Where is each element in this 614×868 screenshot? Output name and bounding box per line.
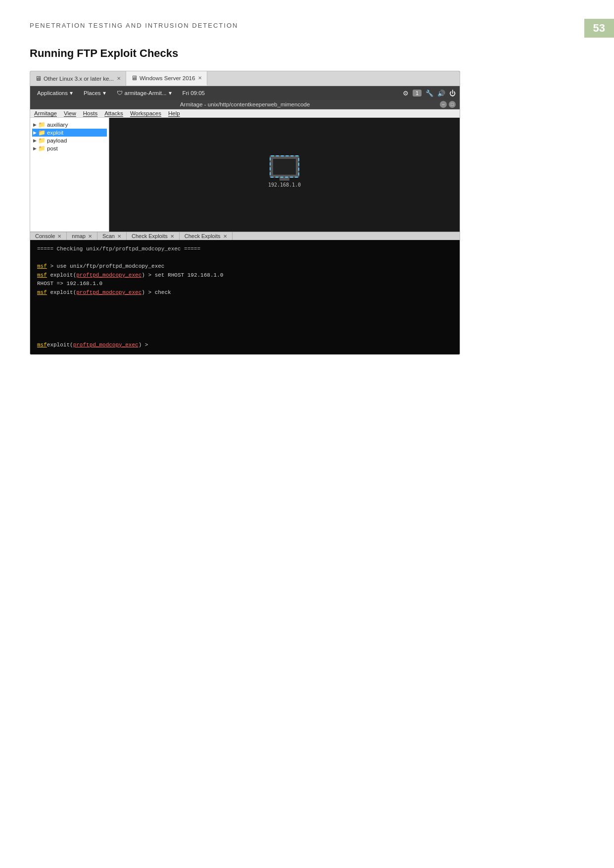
armitage-titlebar: Armitage - unix/http/contentkeeperweb_mi… xyxy=(30,100,460,109)
tab-close-icon-2[interactable]: ✕ xyxy=(198,75,202,81)
minimize-button[interactable]: – xyxy=(440,101,447,108)
console-text-cursor-b: ) > xyxy=(139,341,148,350)
tree-label-payload: payload xyxy=(47,138,67,144)
console-text-4a: exploit( xyxy=(50,289,76,295)
console-text-3: RHOST => 192.168.1.0 xyxy=(37,281,102,287)
prompt-2: msf xyxy=(37,272,47,278)
armitage-title-text: Armitage - unix/http/contentkeeperweb_mi… xyxy=(180,101,310,107)
console-text-1: > use unix/ftp/proftpd_modcopy_exec xyxy=(50,263,164,269)
tab-windows-server[interactable]: 🖥 Windows Server 2016 ✕ xyxy=(126,71,208,86)
datetime-text: Fri 09:05 xyxy=(183,90,205,96)
places-arrow-icon: ▾ xyxy=(103,90,106,96)
btab-nmap-label: nmap xyxy=(72,233,86,239)
page-number: 53 xyxy=(584,19,614,38)
tab-icon-2: 🖥 xyxy=(131,74,138,82)
menu-view[interactable]: View xyxy=(64,110,76,116)
btab-check-exploits-1-close[interactable]: ✕ xyxy=(170,234,174,239)
taskbar-icon-speaker: 🔊 xyxy=(437,90,445,97)
host-node[interactable]: 192.168.1.0 xyxy=(268,155,301,188)
prompt-4: msf xyxy=(37,289,47,295)
tree-item-auxiliary[interactable]: ▶ 📁 auxiliary xyxy=(32,121,107,129)
bottom-tabs: Console ✕ nmap ✕ Scan ✕ Check Exploits ✕… xyxy=(30,232,460,240)
folder-icon: 📁 xyxy=(38,121,46,128)
menu-bar: Armitage View Hosts Attacks Workspaces H… xyxy=(30,109,460,118)
btab-check-exploits-2-close[interactable]: ✕ xyxy=(223,234,227,239)
prompt-cursor: msf xyxy=(37,341,47,350)
btab-check-exploits-1-label: Check Exploits xyxy=(132,233,168,239)
console-text-4b: ) > check xyxy=(142,289,171,295)
tree-label-exploit: exploit xyxy=(47,130,63,136)
btab-console[interactable]: Console ✕ xyxy=(30,232,67,240)
vm-window: 🖥 Other Linux 3.x or later ke... ✕ 🖥 Win… xyxy=(30,71,460,355)
app-arrow-icon: ▾ xyxy=(169,90,172,96)
tree-arrow-icon-2: ▶ xyxy=(33,130,37,135)
console-line-4: msf exploit(proftpd_modcopy_exec) > chec… xyxy=(37,289,453,297)
console-area: ===== Checking unix/ftp/proftpd_modcopy_… xyxy=(30,240,460,354)
tab-other-linux[interactable]: 🖥 Other Linux 3.x or later ke... ✕ xyxy=(30,71,126,86)
menu-workspaces[interactable]: Workspaces xyxy=(130,110,161,116)
canvas-area: 192.168.1.0 xyxy=(109,118,460,232)
tab-close-icon[interactable]: ✕ xyxy=(117,76,121,81)
btab-nmap-close[interactable]: ✕ xyxy=(88,234,92,239)
tab-icon: 🖥 xyxy=(35,75,42,82)
tree-arrow-icon: ▶ xyxy=(33,122,37,127)
tab-bar: 🖥 Other Linux 3.x or later ke... ✕ 🖥 Win… xyxy=(30,71,460,86)
armitage-body: ▶ 📁 auxiliary ▶ 📁 exploit ▶ 📁 payload ▶ … xyxy=(30,118,460,232)
app-launcher[interactable]: 🛡 armitage-Armit... ▾ xyxy=(114,89,175,97)
btab-nmap[interactable]: nmap ✕ xyxy=(67,232,97,240)
monitor-screen xyxy=(273,159,296,175)
exploit-name-cursor: proftpd_modcopy_exec xyxy=(73,341,139,350)
monitor-icon xyxy=(270,155,299,178)
folder-icon-4: 📁 xyxy=(38,145,46,152)
module-tree: ▶ 📁 auxiliary ▶ 📁 exploit ▶ 📁 payload ▶ … xyxy=(30,118,109,232)
btab-check-exploits-2[interactable]: Check Exploits ✕ xyxy=(180,232,233,240)
btab-scan-close[interactable]: ✕ xyxy=(117,234,121,239)
btab-scan[interactable]: Scan ✕ xyxy=(97,232,127,240)
exploit-name-2: proftpd_modcopy_exec xyxy=(76,289,142,295)
exploit-name-1: proftpd_modcopy_exec xyxy=(76,272,142,278)
btab-check-exploits-1[interactable]: Check Exploits ✕ xyxy=(127,232,180,240)
section-title: Running FTP Exploit Checks xyxy=(30,47,584,60)
console-cursor-line: msf exploit(proftpd_modcopy_exec) > xyxy=(37,341,453,350)
page-header: PENETRATION TESTING AND INTRUSION DETECT… xyxy=(30,22,584,29)
tree-item-exploit[interactable]: ▶ 📁 exploit xyxy=(32,129,107,137)
applications-label: Applications xyxy=(37,90,68,96)
places-menu[interactable]: Places ▾ xyxy=(81,89,109,97)
taskbar-icon-power: ⏻ xyxy=(449,90,456,97)
console-line-3: RHOST => 192.168.1.0 xyxy=(37,280,453,289)
console-line-2: msf exploit(proftpd_modcopy_exec) > set … xyxy=(37,271,453,280)
taskbar-right: ⚙ 1 🔧 🔊 ⏻ xyxy=(403,90,456,97)
prompt-1: msf xyxy=(37,263,47,269)
console-text-2b: ) > set RHOST 192.168.1.0 xyxy=(142,272,223,278)
menu-help[interactable]: Help xyxy=(168,110,180,116)
tree-item-payload[interactable]: ▶ 📁 payload xyxy=(32,137,107,145)
console-separator: ===== Checking unix/ftp/proftpd_modcopy_… xyxy=(37,245,453,254)
menu-hosts[interactable]: Hosts xyxy=(83,110,97,116)
btab-console-close[interactable]: ✕ xyxy=(57,234,61,239)
menu-armitage[interactable]: Armitage xyxy=(34,110,57,116)
host-ip-label: 192.168.1.0 xyxy=(268,182,301,188)
maximize-button[interactable]: □ xyxy=(449,101,456,108)
console-text-2a: exploit( xyxy=(50,272,76,278)
folder-icon-3: 📁 xyxy=(38,137,46,144)
tab-label: Other Linux 3.x or later ke... xyxy=(44,76,114,82)
taskbar: Applications ▾ Places ▾ 🛡 armitage-Armit… xyxy=(30,86,460,100)
places-label: Places xyxy=(84,90,101,96)
tree-arrow-icon-3: ▶ xyxy=(33,138,37,143)
btab-check-exploits-2-label: Check Exploits xyxy=(185,233,221,239)
monitor-stand xyxy=(280,178,289,181)
console-text-cursor-a: exploit( xyxy=(47,341,73,350)
tree-label-auxiliary: auxiliary xyxy=(47,122,68,128)
taskbar-icon-wrench: 🔧 xyxy=(425,90,433,97)
console-line-1: msf > use unix/ftp/proftpd_modcopy_exec xyxy=(37,262,453,271)
tab-label-2: Windows Server 2016 xyxy=(140,75,195,81)
window-buttons: – □ xyxy=(440,101,456,108)
applications-menu[interactable]: Applications ▾ xyxy=(34,89,76,97)
tree-item-post[interactable]: ▶ 📁 post xyxy=(32,145,107,152)
tree-arrow-icon-4: ▶ xyxy=(33,146,37,151)
datetime-display: Fri 09:05 xyxy=(180,89,208,97)
app-name: armitage-Armit... xyxy=(125,90,167,96)
menu-attacks[interactable]: Attacks xyxy=(104,110,123,116)
btab-console-label: Console xyxy=(35,233,55,239)
taskbar-icon-gear: ⚙ xyxy=(403,90,409,97)
